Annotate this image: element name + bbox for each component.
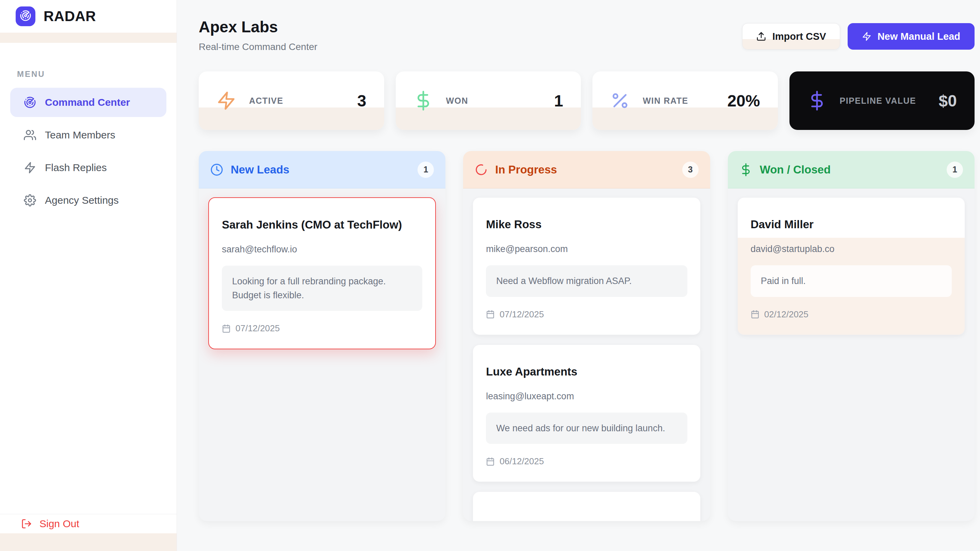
lead-name: Sarah Jenkins (CMO at TechFlow): [222, 218, 422, 231]
lead-note: We need ads for our new building launch.: [486, 413, 687, 444]
radar-icon: [20, 10, 31, 23]
main-content: Apex Labs Real-time Command Center Impor…: [177, 0, 980, 551]
column-won-closed: Won / Closed1David Millerdavid@startupla…: [728, 151, 975, 521]
sidebar-footer: Sign Out: [0, 514, 177, 551]
lead-date: 07/12/2025: [500, 309, 544, 320]
stat-card-won: WON1: [396, 71, 581, 130]
stat-card-pipeline-value: PIPELINE VALUE$0: [789, 71, 975, 130]
lead-date-row: 06/12/2025: [486, 456, 687, 467]
import-csv-label: Import CSV: [772, 31, 826, 42]
stat-card-win-rate: WIN RATE20%: [592, 71, 778, 130]
lead-date: 07/12/2025: [235, 323, 280, 333]
dollar-icon: [414, 91, 433, 111]
column-count-badge: 1: [417, 162, 434, 178]
column-body: David Millerdavid@startuplab.coPaid in f…: [728, 189, 975, 521]
lead-card-david-miller[interactable]: David Millerdavid@startuplab.coPaid in f…: [737, 197, 965, 335]
sidebar-item-label: Command Center: [45, 97, 130, 108]
stat-card-content: ACTIVE3: [199, 71, 384, 130]
stat-card-content: WON1: [396, 71, 581, 130]
calendar-icon: [486, 310, 495, 319]
column-header: In Progress3: [463, 151, 710, 189]
column-header: New Leads1: [199, 151, 445, 189]
lead-email: leasing@luxeapt.com: [486, 391, 687, 402]
lead-note: Paid in full.: [751, 265, 952, 297]
column-body: Mike Rossmike@pearson.comNeed a Webflow …: [463, 189, 710, 521]
sign-out-button[interactable]: Sign Out: [0, 514, 177, 533]
column-count-badge: 3: [682, 162, 698, 178]
lead-date-row: 02/12/2025: [751, 309, 952, 320]
accent-strip: [0, 533, 177, 551]
calendar-icon: [222, 324, 231, 333]
column-title: In Progress: [495, 163, 557, 176]
clock-icon: [210, 163, 223, 176]
dollar-icon: [807, 91, 827, 111]
column-body: Sarah Jenkins (CMO at TechFlow)sarah@tec…: [199, 189, 445, 521]
sidebar-item-command-center[interactable]: Command Center: [10, 88, 166, 117]
lead-card-partial[interactable]: [473, 491, 700, 521]
column-count-badge: 1: [947, 162, 963, 178]
column-title: Won / Closed: [760, 163, 830, 176]
kanban-board: New Leads1Sarah Jenkins (CMO at TechFlow…: [199, 151, 975, 521]
sidebar-item-label: Flash Replies: [45, 162, 107, 173]
brand: RADAR: [0, 0, 177, 33]
sidebar-nav: Command CenterTeam MembersFlash RepliesA…: [0, 88, 177, 215]
accent-strip: [0, 33, 177, 43]
radar-logo-icon: [16, 6, 35, 26]
lead-card-luxe-apartments[interactable]: Luxe Apartmentsleasing@luxeapt.comWe nee…: [473, 345, 700, 482]
sidebar-item-label: Team Members: [45, 129, 115, 141]
stat-card-content: PIPELINE VALUE$0: [789, 71, 975, 130]
lead-date-row: 07/12/2025: [222, 323, 422, 333]
stat-label: WON: [446, 96, 469, 106]
lead-date: 02/12/2025: [764, 309, 808, 320]
sidebar-item-team-members[interactable]: Team Members: [10, 121, 166, 150]
stat-value: 3: [357, 92, 366, 110]
page-title: Apex Labs: [199, 18, 318, 36]
stat-label: PIPELINE VALUE: [840, 96, 916, 106]
stat-value: $0: [939, 92, 957, 110]
header-actions: Import CSV New Manual Lead: [742, 23, 975, 50]
page-header: Apex Labs Real-time Command Center Impor…: [199, 18, 975, 52]
upload-icon: [756, 31, 766, 41]
column-title: New Leads: [231, 163, 289, 176]
sign-out-label: Sign Out: [40, 518, 79, 530]
stat-card-active: ACTIVE3: [199, 71, 384, 130]
stat-label: WIN RATE: [643, 96, 688, 106]
lead-card-sarah-jenkins-cmo-at-techflow[interactable]: Sarah Jenkins (CMO at TechFlow)sarah@tec…: [208, 197, 436, 349]
sidebar-item-flash-replies[interactable]: Flash Replies: [10, 153, 166, 182]
stat-value: 20%: [727, 92, 760, 110]
logout-icon: [21, 518, 32, 529]
lead-email: david@startuplab.co: [751, 244, 952, 254]
lead-note: Looking for a full rebranding package. B…: [222, 266, 422, 311]
lead-card-mike-ross[interactable]: Mike Rossmike@pearson.comNeed a Webflow …: [473, 197, 700, 335]
lead-date-row: 07/12/2025: [486, 309, 687, 320]
zap-icon: [216, 91, 236, 111]
new-manual-lead-label: New Manual Lead: [878, 31, 960, 42]
column-header: Won / Closed1: [728, 151, 975, 189]
gear-icon: [24, 194, 36, 206]
dollar-icon: [740, 163, 752, 176]
sidebar-item-label: Agency Settings: [45, 195, 119, 206]
app-title: RADAR: [43, 8, 96, 24]
column-new-leads: New Leads1Sarah Jenkins (CMO at TechFlow…: [199, 151, 445, 521]
loader-icon: [475, 163, 488, 176]
percent-icon: [610, 91, 630, 111]
stat-label: ACTIVE: [249, 96, 283, 106]
users-icon: [24, 129, 36, 141]
column-in-progress: In Progress3Mike Rossmike@pearson.comNee…: [463, 151, 710, 521]
menu-section-label: MENU: [17, 69, 177, 79]
page-subtitle: Real-time Command Center: [199, 41, 318, 52]
calendar-icon: [486, 457, 495, 466]
new-manual-lead-button[interactable]: New Manual Lead: [848, 23, 975, 50]
lead-name: Mike Ross: [486, 218, 687, 231]
radar-icon: [24, 96, 36, 108]
import-csv-button[interactable]: Import CSV: [742, 23, 840, 50]
stats-row: ACTIVE3WON1WIN RATE20%PIPELINE VALUE$0: [199, 71, 975, 130]
lead-name: Luxe Apartments: [486, 365, 687, 378]
page-title-block: Apex Labs Real-time Command Center: [199, 18, 318, 52]
sidebar: RADAR MENU Command CenterTeam MembersFla…: [0, 0, 177, 551]
stat-value: 1: [554, 92, 563, 110]
sidebar-item-agency-settings[interactable]: Agency Settings: [10, 186, 166, 215]
lead-note: Need a Webflow migration ASAP.: [486, 265, 687, 297]
zap-icon: [862, 32, 872, 41]
lead-email: mike@pearson.com: [486, 244, 687, 254]
